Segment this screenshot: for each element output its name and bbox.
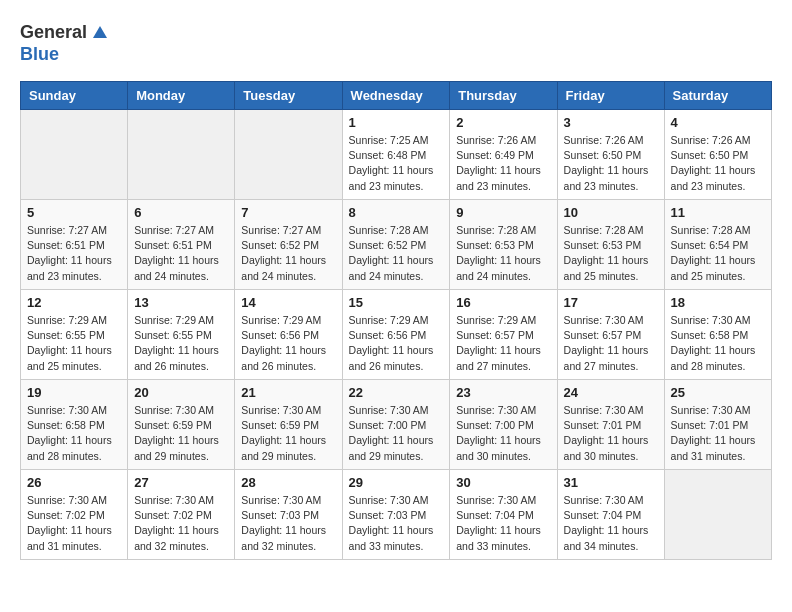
day-info: Sunrise: 7:26 AM Sunset: 6:50 PM Dayligh… <box>564 133 658 194</box>
calendar-cell: 23Sunrise: 7:30 AM Sunset: 7:00 PM Dayli… <box>450 380 557 470</box>
page-header: General Blue <box>20 20 772 65</box>
day-info: Sunrise: 7:30 AM Sunset: 7:04 PM Dayligh… <box>456 493 550 554</box>
calendar-cell: 9Sunrise: 7:28 AM Sunset: 6:53 PM Daylig… <box>450 200 557 290</box>
day-number: 18 <box>671 295 765 310</box>
day-info: Sunrise: 7:28 AM Sunset: 6:52 PM Dayligh… <box>349 223 444 284</box>
day-info: Sunrise: 7:27 AM Sunset: 6:52 PM Dayligh… <box>241 223 335 284</box>
day-number: 2 <box>456 115 550 130</box>
day-info: Sunrise: 7:30 AM Sunset: 6:58 PM Dayligh… <box>671 313 765 374</box>
calendar-cell: 19Sunrise: 7:30 AM Sunset: 6:58 PM Dayli… <box>21 380 128 470</box>
day-number: 24 <box>564 385 658 400</box>
calendar-cell: 7Sunrise: 7:27 AM Sunset: 6:52 PM Daylig… <box>235 200 342 290</box>
calendar-cell: 15Sunrise: 7:29 AM Sunset: 6:56 PM Dayli… <box>342 290 450 380</box>
calendar-cell: 17Sunrise: 7:30 AM Sunset: 6:57 PM Dayli… <box>557 290 664 380</box>
calendar-cell <box>128 110 235 200</box>
col-header-sunday: Sunday <box>21 82 128 110</box>
calendar-cell: 6Sunrise: 7:27 AM Sunset: 6:51 PM Daylig… <box>128 200 235 290</box>
day-number: 26 <box>27 475 121 490</box>
day-number: 17 <box>564 295 658 310</box>
day-info: Sunrise: 7:29 AM Sunset: 6:56 PM Dayligh… <box>349 313 444 374</box>
calendar-cell: 29Sunrise: 7:30 AM Sunset: 7:03 PM Dayli… <box>342 470 450 560</box>
calendar-cell <box>664 470 771 560</box>
logo: General Blue <box>20 20 111 65</box>
calendar-cell: 8Sunrise: 7:28 AM Sunset: 6:52 PM Daylig… <box>342 200 450 290</box>
day-info: Sunrise: 7:30 AM Sunset: 7:01 PM Dayligh… <box>564 403 658 464</box>
calendar-cell: 3Sunrise: 7:26 AM Sunset: 6:50 PM Daylig… <box>557 110 664 200</box>
calendar-cell: 11Sunrise: 7:28 AM Sunset: 6:54 PM Dayli… <box>664 200 771 290</box>
day-info: Sunrise: 7:30 AM Sunset: 6:57 PM Dayligh… <box>564 313 658 374</box>
day-info: Sunrise: 7:30 AM Sunset: 7:02 PM Dayligh… <box>134 493 228 554</box>
calendar-cell: 27Sunrise: 7:30 AM Sunset: 7:02 PM Dayli… <box>128 470 235 560</box>
logo-triangle-icon <box>89 20 111 42</box>
svg-marker-0 <box>93 26 107 38</box>
logo-general-text: General <box>20 22 87 43</box>
day-info: Sunrise: 7:30 AM Sunset: 6:58 PM Dayligh… <box>27 403 121 464</box>
calendar-header-row: SundayMondayTuesdayWednesdayThursdayFrid… <box>21 82 772 110</box>
week-row-1: 1Sunrise: 7:25 AM Sunset: 6:48 PM Daylig… <box>21 110 772 200</box>
day-number: 1 <box>349 115 444 130</box>
day-info: Sunrise: 7:29 AM Sunset: 6:56 PM Dayligh… <box>241 313 335 374</box>
day-number: 7 <box>241 205 335 220</box>
day-info: Sunrise: 7:28 AM Sunset: 6:54 PM Dayligh… <box>671 223 765 284</box>
col-header-wednesday: Wednesday <box>342 82 450 110</box>
day-info: Sunrise: 7:30 AM Sunset: 7:04 PM Dayligh… <box>564 493 658 554</box>
calendar-cell: 12Sunrise: 7:29 AM Sunset: 6:55 PM Dayli… <box>21 290 128 380</box>
col-header-friday: Friday <box>557 82 664 110</box>
day-info: Sunrise: 7:30 AM Sunset: 7:03 PM Dayligh… <box>349 493 444 554</box>
day-number: 20 <box>134 385 228 400</box>
calendar-cell: 31Sunrise: 7:30 AM Sunset: 7:04 PM Dayli… <box>557 470 664 560</box>
day-number: 3 <box>564 115 658 130</box>
day-info: Sunrise: 7:26 AM Sunset: 6:49 PM Dayligh… <box>456 133 550 194</box>
calendar-cell: 10Sunrise: 7:28 AM Sunset: 6:53 PM Dayli… <box>557 200 664 290</box>
calendar-cell: 22Sunrise: 7:30 AM Sunset: 7:00 PM Dayli… <box>342 380 450 470</box>
day-number: 15 <box>349 295 444 310</box>
day-number: 10 <box>564 205 658 220</box>
col-header-thursday: Thursday <box>450 82 557 110</box>
calendar-cell: 20Sunrise: 7:30 AM Sunset: 6:59 PM Dayli… <box>128 380 235 470</box>
day-info: Sunrise: 7:28 AM Sunset: 6:53 PM Dayligh… <box>456 223 550 284</box>
calendar-cell: 18Sunrise: 7:30 AM Sunset: 6:58 PM Dayli… <box>664 290 771 380</box>
day-number: 25 <box>671 385 765 400</box>
calendar-cell: 24Sunrise: 7:30 AM Sunset: 7:01 PM Dayli… <box>557 380 664 470</box>
week-row-4: 19Sunrise: 7:30 AM Sunset: 6:58 PM Dayli… <box>21 380 772 470</box>
day-info: Sunrise: 7:30 AM Sunset: 6:59 PM Dayligh… <box>241 403 335 464</box>
calendar-cell <box>235 110 342 200</box>
week-row-3: 12Sunrise: 7:29 AM Sunset: 6:55 PM Dayli… <box>21 290 772 380</box>
week-row-5: 26Sunrise: 7:30 AM Sunset: 7:02 PM Dayli… <box>21 470 772 560</box>
day-info: Sunrise: 7:30 AM Sunset: 6:59 PM Dayligh… <box>134 403 228 464</box>
day-number: 13 <box>134 295 228 310</box>
day-info: Sunrise: 7:30 AM Sunset: 7:02 PM Dayligh… <box>27 493 121 554</box>
week-row-2: 5Sunrise: 7:27 AM Sunset: 6:51 PM Daylig… <box>21 200 772 290</box>
col-header-monday: Monday <box>128 82 235 110</box>
calendar-cell: 1Sunrise: 7:25 AM Sunset: 6:48 PM Daylig… <box>342 110 450 200</box>
calendar-cell: 14Sunrise: 7:29 AM Sunset: 6:56 PM Dayli… <box>235 290 342 380</box>
calendar-cell: 5Sunrise: 7:27 AM Sunset: 6:51 PM Daylig… <box>21 200 128 290</box>
calendar-cell: 13Sunrise: 7:29 AM Sunset: 6:55 PM Dayli… <box>128 290 235 380</box>
day-number: 9 <box>456 205 550 220</box>
day-info: Sunrise: 7:28 AM Sunset: 6:53 PM Dayligh… <box>564 223 658 284</box>
day-info: Sunrise: 7:29 AM Sunset: 6:55 PM Dayligh… <box>134 313 228 374</box>
day-number: 31 <box>564 475 658 490</box>
day-number: 12 <box>27 295 121 310</box>
calendar-cell: 2Sunrise: 7:26 AM Sunset: 6:49 PM Daylig… <box>450 110 557 200</box>
day-number: 29 <box>349 475 444 490</box>
day-number: 28 <box>241 475 335 490</box>
day-number: 23 <box>456 385 550 400</box>
day-number: 8 <box>349 205 444 220</box>
day-number: 6 <box>134 205 228 220</box>
day-number: 4 <box>671 115 765 130</box>
calendar-cell: 4Sunrise: 7:26 AM Sunset: 6:50 PM Daylig… <box>664 110 771 200</box>
day-number: 14 <box>241 295 335 310</box>
day-number: 5 <box>27 205 121 220</box>
day-info: Sunrise: 7:27 AM Sunset: 6:51 PM Dayligh… <box>134 223 228 284</box>
col-header-tuesday: Tuesday <box>235 82 342 110</box>
logo-wrapper: General Blue <box>20 20 111 65</box>
day-number: 21 <box>241 385 335 400</box>
calendar-cell: 25Sunrise: 7:30 AM Sunset: 7:01 PM Dayli… <box>664 380 771 470</box>
calendar-cell: 16Sunrise: 7:29 AM Sunset: 6:57 PM Dayli… <box>450 290 557 380</box>
day-info: Sunrise: 7:30 AM Sunset: 7:01 PM Dayligh… <box>671 403 765 464</box>
day-info: Sunrise: 7:30 AM Sunset: 7:00 PM Dayligh… <box>456 403 550 464</box>
day-number: 19 <box>27 385 121 400</box>
calendar-cell: 28Sunrise: 7:30 AM Sunset: 7:03 PM Dayli… <box>235 470 342 560</box>
day-info: Sunrise: 7:26 AM Sunset: 6:50 PM Dayligh… <box>671 133 765 194</box>
